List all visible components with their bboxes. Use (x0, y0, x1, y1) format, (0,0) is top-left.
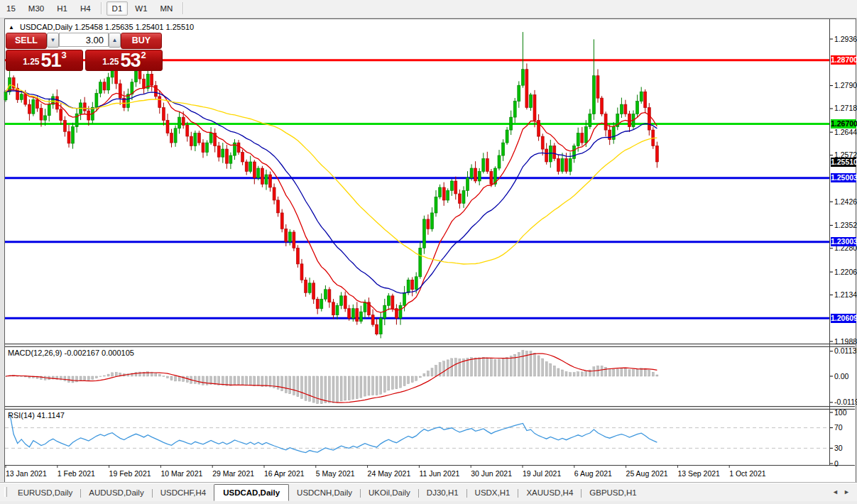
rsi-axis-tick: 0 (834, 460, 839, 468)
date-axis-label: 13 Jan 2021 (6, 469, 47, 478)
timeframe-button-m30[interactable]: M30 (23, 1, 50, 16)
tabbar-grip (4, 487, 7, 497)
price-axis-tick: 1.24260 (834, 198, 857, 206)
volume-input[interactable] (59, 33, 109, 47)
price-axis-label-1.25003: 1.25003 (831, 173, 856, 182)
sell-price-big-digits: 51 (41, 52, 61, 69)
date-axis-label: 13 Sep 2021 (677, 469, 720, 478)
date-axis-label: 6 Aug 2021 (574, 469, 612, 478)
price-axis-label-1.23003: 1.23003 (831, 237, 856, 246)
tab-usdx-h1[interactable]: USDX,H1 (467, 486, 518, 500)
timeframe-button-w1[interactable]: W1 (129, 1, 153, 16)
macd-axis-tick: 0.00 (834, 373, 848, 380)
chart-tab-bar: ◄ ► EURUSD,DailyAUDUSD,DailyUSDCHF,H4USD… (0, 483, 857, 501)
tab-usdcad-daily[interactable]: USDCAD,Daily (214, 484, 289, 501)
price-axis-tick: 1.27900 (834, 82, 857, 89)
sell-price-pipette: 3 (62, 50, 67, 60)
symbol-period-label: USDCAD,Daily (20, 23, 72, 31)
chart-title-bar: ▲ USDCAD,Daily 1.25458 1.25635 1.25401 1… (9, 23, 194, 31)
price-axis-tick: 1.27180 (834, 104, 857, 112)
ohlc-quote-values: 1.25458 1.25635 1.25401 1.25510 (75, 23, 194, 31)
price-axis-label-1.26700: 1.26700 (831, 119, 856, 128)
price-axis-label-1.25510: 1.25510 (831, 158, 856, 167)
price-axis-tick: 1.29360 (834, 35, 857, 43)
main-macd-separator[interactable] (5, 344, 855, 347)
sell-price-box[interactable]: 1.25 51 3 (6, 50, 83, 71)
date-axis-label: 25 Aug 2021 (626, 469, 668, 478)
sell-price-prefix: 1.25 (23, 57, 39, 67)
buy-price-big-digits: 53 (121, 52, 141, 69)
tab-usdchf-h4[interactable]: USDCHF,H4 (153, 486, 214, 500)
rsi-axis-tick: 70 (834, 424, 843, 432)
price-axis-tick: 1.22060 (834, 268, 857, 276)
timeframe-button-h4[interactable]: H4 (75, 1, 97, 16)
rsi-axis-tick: 30 (834, 444, 843, 452)
price-axis-tick: 1.21340 (834, 291, 857, 299)
date-axis-label: 5 May 2021 (316, 469, 355, 478)
macd-rsi-separator[interactable] (5, 406, 855, 410)
date-axis-label: 1 Oct 2021 (729, 469, 765, 478)
date-axis-label: 24 May 2021 (368, 469, 411, 478)
macd-axis-tick: 0.01135 (834, 347, 857, 355)
volume-increase-button[interactable]: ▲ (109, 33, 121, 48)
date-axis-line (5, 465, 855, 466)
date-axis-label: 16 Apr 2021 (264, 469, 305, 478)
date-axis-label: 30 Jun 2021 (471, 469, 512, 478)
rsi-indicator-label: RSI(14) 41.1147 (8, 411, 65, 420)
macd-axis-tick: -0.01190 (834, 398, 857, 406)
tab-gbpusd-h1[interactable]: GBPUSD,H1 (582, 486, 644, 500)
tabs-scroll-left-icon[interactable]: ◄ (832, 489, 839, 495)
tab-ukoil-daily[interactable]: UKOil,Daily (361, 486, 418, 500)
mt4-terminal: { "toolbar": { "timeframes": ["15", "M30… (0, 0, 857, 504)
date-axis-label: 1 Feb 2021 (58, 469, 95, 478)
date-axis-label: 11 Jun 2021 (419, 469, 459, 478)
timeframe-button-mn[interactable]: MN (155, 1, 179, 16)
volume-decrease-button[interactable]: ▼ (47, 33, 59, 48)
rsi-panel-plot-area[interactable] (5, 410, 829, 465)
price-axis-line (829, 19, 830, 465)
price-axis-tick: 1.19880 (834, 338, 857, 346)
toolbar-separator (101, 2, 102, 14)
timeframe-button-d1[interactable]: D1 (107, 1, 129, 16)
price-axis-tick: 1.26440 (834, 128, 857, 136)
tabs-scroll-right-icon[interactable]: ► (844, 489, 850, 495)
tab-xauusd-h4[interactable]: XAUUSD,H4 (518, 486, 581, 500)
timeframe-toolbar: 15M30H1H4D1W1MN (0, 0, 857, 18)
tab-eurusd-daily[interactable]: EURUSD,Daily (10, 486, 80, 500)
macd-indicator-label: MACD(12,26,9) -0.002167 0.000105 (8, 349, 134, 357)
buy-price-pipette: 2 (141, 50, 146, 60)
collapse-triangle-icon[interactable]: ▲ (9, 24, 14, 31)
date-axis-label: 10 Mar 2021 (160, 469, 202, 478)
tab-usdcnh-daily[interactable]: USDCNH,Daily (289, 486, 360, 500)
price-axis-label-1.28700: 1.28700 (831, 55, 856, 65)
price-axis-tick: 1.23520 (834, 221, 857, 229)
one-click-trading-panel: SELL ▼ ▲ BUY 1.25 51 3 1.25 53 2 (6, 33, 163, 72)
tab-audusd-daily[interactable]: AUDUSD,Daily (81, 486, 151, 500)
price-axis-label-1.20609: 1.20609 (831, 314, 856, 323)
sell-button[interactable]: SELL (6, 33, 47, 49)
date-axis-label: 19 Jul 2021 (523, 469, 561, 478)
timeframe-button-h1[interactable]: H1 (51, 1, 73, 16)
date-axis-label: 19 Feb 2021 (109, 469, 151, 478)
buy-price-box[interactable]: 1.25 53 2 (85, 50, 163, 71)
date-axis-label: 29 Mar 2021 (212, 469, 254, 478)
tab-dj30-h1[interactable]: DJ30,H1 (419, 486, 466, 500)
toolbar-separator (182, 2, 184, 14)
buy-button[interactable]: BUY (121, 33, 162, 49)
buy-price-prefix: 1.25 (102, 57, 119, 67)
rsi-axis-tick: 100 (834, 409, 847, 417)
timeframe-button-15[interactable]: 15 (1, 1, 21, 16)
